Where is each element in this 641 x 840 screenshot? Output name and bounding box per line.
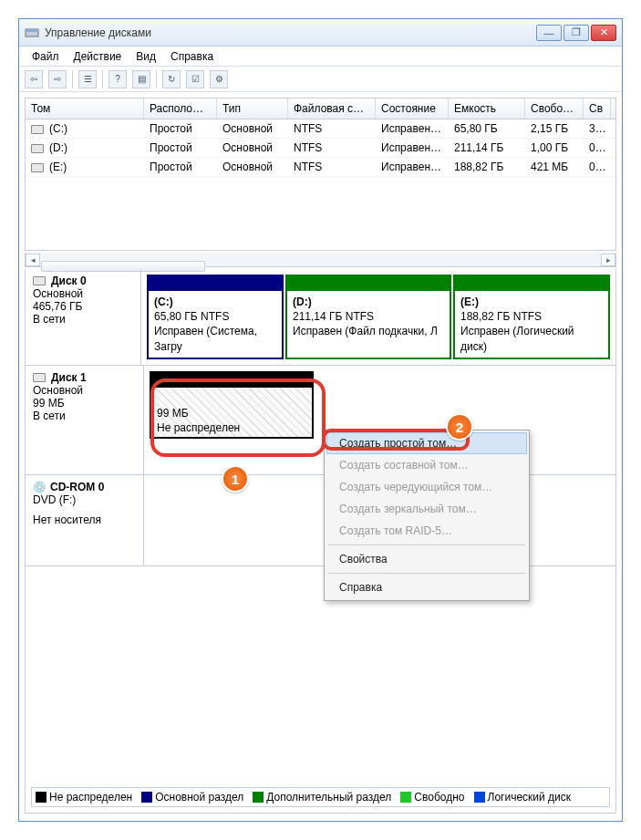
disk-status: В сети — [33, 313, 133, 326]
menu-file[interactable]: Файл — [25, 48, 67, 65]
volume-row[interactable]: (E:) ПростойОсновнойNTFSИсправен…188,82 … — [26, 158, 615, 177]
menu-create-spanned-volume: Создать составной том… — [326, 454, 527, 476]
view-top-button[interactable]: ▤ — [132, 70, 150, 88]
disk1-info[interactable]: Диск 1 Основной 99 МБ В сети — [26, 366, 144, 474]
svg-rect-1 — [26, 29, 38, 32]
partition-e[interactable]: (E:)188,82 ГБ NTFSИсправен (Логический д… — [453, 275, 610, 359]
menu-create-striped-volume: Создать чередующийся том… — [326, 476, 527, 498]
volume-list: Том Располо… Тип Файловая с… Состояние Е… — [25, 98, 616, 251]
menu-separator — [328, 544, 525, 545]
volume-name: (C:) — [49, 122, 67, 135]
col-volume[interactable]: Том — [26, 99, 144, 119]
partition-c[interactable]: (C:)65,80 ГБ NTFSИсправен (Система, Загр… — [147, 275, 284, 359]
disk-name: Диск 1 — [51, 371, 87, 384]
properties-button[interactable]: ☑ — [186, 70, 204, 88]
col-type[interactable]: Тип — [217, 99, 288, 119]
maximize-button[interactable]: ❐ — [563, 25, 589, 41]
col-capacity[interactable]: Емкость — [449, 99, 525, 119]
disk-management-window: Управление дисками — ❐ ✕ Файл Действие В… — [18, 18, 623, 822]
refresh-button[interactable]: ↻ — [162, 70, 181, 88]
volume-row[interactable]: (C:) ПростойОсновнойNTFSИсправен…65,80 Г… — [26, 119, 615, 139]
forward-button[interactable]: ⇨ — [48, 70, 67, 88]
unallocated-space[interactable]: 99 МБНе распределен — [150, 371, 314, 439]
close-button[interactable]: ✕ — [591, 25, 616, 41]
disk-icon — [33, 276, 46, 285]
separator — [156, 70, 157, 88]
scroll-left-button[interactable]: ◂ — [26, 254, 40, 266]
menu-create-raid5-volume: Создать том RAID-5… — [326, 520, 527, 542]
menu-view[interactable]: Вид — [129, 48, 163, 65]
menu-help[interactable]: Справка — [163, 48, 221, 65]
col-free[interactable]: Свобод… — [525, 99, 584, 119]
col-percent[interactable]: Св — [584, 99, 611, 119]
titlebar[interactable]: Управление дисками — ❐ ✕ — [19, 19, 622, 47]
disk-size: 465,76 ГБ — [33, 300, 133, 313]
volume-icon — [31, 125, 44, 134]
disk-mgmt-icon — [25, 26, 39, 40]
scroll-right-button[interactable]: ▸ — [601, 254, 615, 266]
context-menu: Создать простой том… Создать составной т… — [324, 430, 530, 601]
disk0-info[interactable]: Диск 0 Основной 465,76 ГБ В сети — [26, 269, 141, 365]
content-area: Том Располо… Тип Файловая с… Состояние Е… — [19, 92, 622, 819]
menu-create-mirrored-volume: Создать зеркальный том… — [326, 498, 527, 520]
annotation-badge-1: 1 — [222, 465, 249, 493]
menu-properties[interactable]: Свойства — [326, 548, 527, 570]
cdrom-name: CD-ROM 0 — [50, 481, 104, 493]
minimize-button[interactable]: — — [536, 25, 562, 41]
disk-type: Основной — [33, 287, 133, 300]
volume-icon — [31, 163, 44, 172]
cdrom-state: Нет носителя — [33, 513, 136, 526]
settings-button[interactable]: ⚙ — [210, 70, 228, 88]
disk-status: В сети — [33, 410, 136, 422]
help-button[interactable]: ? — [109, 70, 127, 88]
legend: Не распределен Основной раздел Дополните… — [31, 787, 610, 807]
annotation-badge-2: 2 — [446, 413, 473, 441]
menu-action[interactable]: Действие — [67, 48, 129, 65]
cdrom-drive: DVD (F:) — [33, 493, 136, 506]
menu-separator — [328, 573, 525, 574]
separator — [102, 70, 103, 88]
menubar: Файл Действие Вид Справка — [19, 47, 622, 67]
legend-extended: Дополнительный раздел — [253, 791, 391, 804]
volume-name: (E:) — [49, 161, 67, 173]
disk-type: Основной — [33, 384, 136, 397]
window-title: Управление дисками — [45, 26, 536, 39]
column-headers: Том Располо… Тип Файловая с… Состояние Е… — [26, 99, 615, 119]
show-hide-tree-button[interactable]: ☰ — [78, 70, 97, 88]
legend-free: Свободно — [400, 791, 464, 804]
volume-name: (D:) — [49, 141, 67, 154]
cdrom-info[interactable]: 💿CD-ROM 0 DVD (F:) Нет носителя — [26, 475, 144, 565]
menu-create-simple-volume[interactable]: Создать простой том… — [326, 432, 527, 454]
volume-row[interactable]: (D:) ПростойОсновнойNTFSИсправен…211,14 … — [26, 139, 615, 158]
col-state[interactable]: Состояние — [376, 99, 449, 119]
back-button[interactable]: ⇦ — [25, 70, 43, 88]
menu-help[interactable]: Справка — [326, 576, 527, 598]
legend-primary: Основной раздел — [141, 791, 243, 804]
toolbar: ⇦ ⇨ ☰ ? ▤ ↻ ☑ ⚙ — [19, 67, 622, 92]
disk-icon — [33, 373, 46, 382]
partition-d[interactable]: (D:)211,14 ГБ NTFSИсправен (Файл подкачк… — [285, 275, 451, 359]
disk-row-0: Диск 0 Основной 465,76 ГБ В сети (C:)65,… — [26, 269, 615, 366]
disk-size: 99 МБ — [33, 397, 136, 410]
volume-icon — [31, 144, 44, 153]
cdrom-icon: 💿 — [33, 481, 47, 493]
legend-logical: Логический диск — [474, 791, 572, 804]
col-filesystem[interactable]: Файловая с… — [288, 99, 376, 119]
col-layout[interactable]: Располо… — [144, 99, 217, 119]
separator — [72, 70, 73, 88]
horizontal-scrollbar[interactable]: ◂ ▸ — [25, 253, 616, 267]
legend-unallocated: Не распределен — [36, 791, 132, 804]
disk-name: Диск 0 — [51, 275, 87, 287]
